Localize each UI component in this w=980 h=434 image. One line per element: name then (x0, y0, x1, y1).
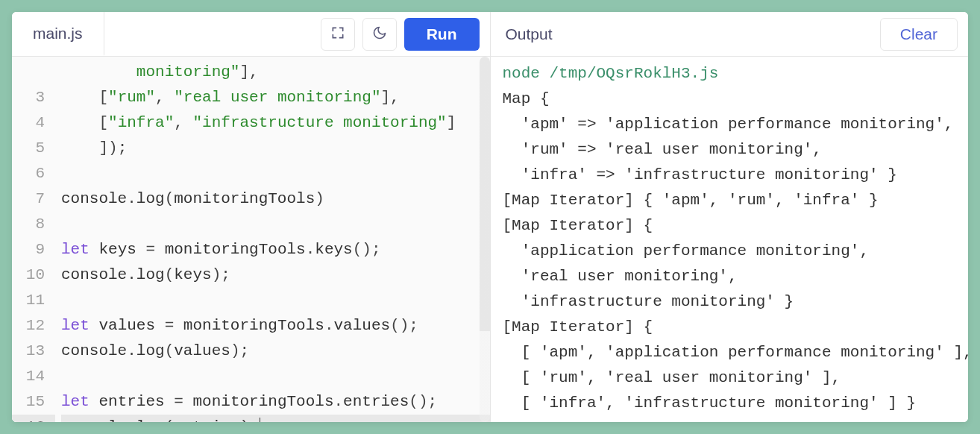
code-line[interactable]: let keys = monitoringTools.keys(); (61, 237, 490, 262)
output-command: node /tmp/OQsrRoklH3.js (503, 61, 957, 87)
output-line: 'apm' => 'application performance monito… (503, 112, 957, 137)
file-tab-label: main.js (33, 25, 83, 43)
output-line: 'real user monitoring', (503, 264, 957, 289)
output-line: 'rum' => 'real user monitoring', (503, 137, 957, 163)
ide-window: main.js Run (12, 12, 968, 422)
code-line[interactable]: let values = monitoringTools.values(); (61, 313, 490, 339)
output-content: node /tmp/OQsrRoklH3.jsMap { 'apm' => 'a… (491, 57, 969, 422)
code-line[interactable] (61, 161, 490, 186)
line-number: 13 (12, 339, 55, 364)
line-number: 12 (12, 313, 55, 339)
output-line: 'infrastructure monitoring' } (503, 289, 957, 315)
code-line[interactable] (61, 364, 490, 389)
code-line[interactable] (61, 212, 490, 237)
code-editor[interactable]: 345678910111213141516 monitoring"], ["ru… (12, 57, 490, 422)
line-gutter: 345678910111213141516 (12, 57, 55, 422)
output-title: Output (491, 25, 553, 43)
line-number (12, 60, 55, 85)
output-line: [ 'apm', 'application performance monito… (503, 340, 957, 365)
output-pane: Output Clear node /tmp/OQsrRoklH3.jsMap … (491, 12, 969, 422)
line-number: 3 (12, 85, 55, 110)
moon-icon (372, 25, 387, 43)
line-number: 11 (12, 288, 55, 313)
code-line[interactable]: monitoring"], (61, 60, 490, 85)
line-number: 15 (12, 389, 55, 415)
code-line[interactable]: console.log(values); (61, 339, 490, 364)
clear-button-label: Clear (900, 25, 937, 43)
editor-pane: main.js Run (12, 12, 491, 422)
code-content[interactable]: monitoring"], ["rum", "real user monitor… (55, 57, 490, 422)
line-number: 8 (12, 212, 55, 237)
code-line[interactable]: let entries = monitoringTools.entries(); (61, 389, 490, 415)
output-line: [Map Iterator] { (503, 315, 957, 340)
editor-toolbar: main.js Run (12, 12, 490, 57)
output-line: [ 'infra', 'infrastructure monitoring' ]… (503, 391, 957, 416)
output-toolbar: Output Clear (491, 12, 969, 57)
scrollbar[interactable] (480, 57, 490, 422)
code-line[interactable]: ["rum", "real user monitoring"], (61, 85, 490, 110)
output-line: [Map Iterator] { 'apm', 'rum', 'infra' } (503, 188, 957, 213)
output-line: [ 'rum', 'real user monitoring' ], (503, 365, 957, 391)
line-number: 4 (12, 110, 55, 136)
output-line: Map { (503, 87, 957, 112)
clear-button[interactable]: Clear (880, 18, 958, 51)
code-line[interactable]: console.log(monitoringTools) (61, 186, 490, 212)
code-line[interactable]: ["infra", "infrastructure monitoring"] (61, 110, 490, 136)
fullscreen-icon (330, 25, 345, 43)
line-number: 14 (12, 364, 55, 389)
line-number: 7 (12, 186, 55, 212)
run-button[interactable]: Run (404, 18, 480, 51)
line-number: 9 (12, 237, 55, 262)
fullscreen-button[interactable] (321, 18, 355, 51)
theme-toggle-button[interactable] (362, 18, 397, 51)
code-line[interactable]: console.log(entries); (61, 415, 490, 422)
run-button-label: Run (427, 25, 457, 43)
line-number: 6 (12, 161, 55, 186)
output-line: 'infra' => 'infrastructure monitoring' } (503, 163, 957, 188)
code-line[interactable]: ]); (61, 136, 490, 161)
line-number: 10 (12, 262, 55, 288)
code-line[interactable] (61, 288, 490, 313)
file-tab[interactable]: main.js (12, 12, 104, 56)
line-number: 16 (12, 415, 55, 422)
output-line: [Map Iterator] { (503, 213, 957, 239)
line-number: 5 (12, 136, 55, 161)
code-line[interactable]: console.log(keys); (61, 262, 490, 288)
output-line: 'application performance monitoring', (503, 239, 957, 264)
